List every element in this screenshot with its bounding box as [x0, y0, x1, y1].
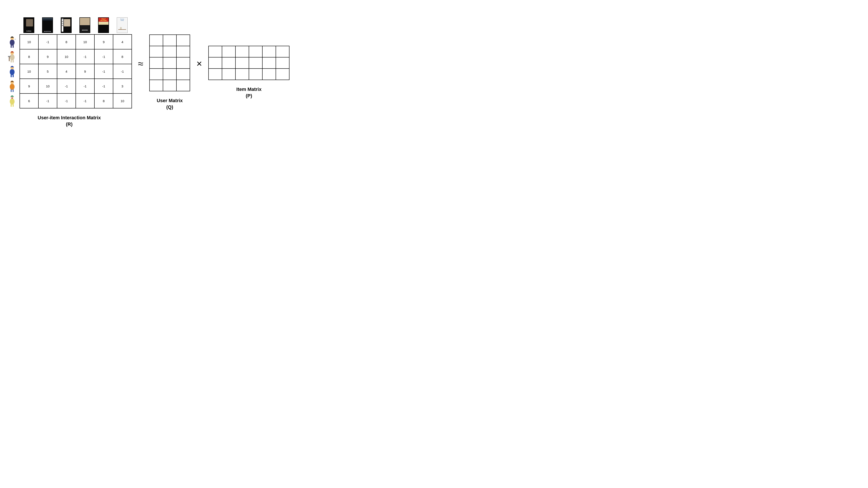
user-avatar-krusty	[6, 93, 18, 108]
q-cell	[163, 57, 177, 69]
r-cell: -1	[94, 64, 113, 79]
p-cell	[276, 46, 289, 57]
svg-rect-20	[12, 89, 14, 92]
p-label-line2: (P)	[246, 93, 252, 98]
movie-poster-leon: LEON	[61, 18, 72, 33]
r-cell: -1	[57, 79, 76, 94]
q-matrix	[149, 34, 190, 91]
r-cell: 9	[20, 79, 38, 94]
svg-rect-8	[12, 60, 14, 62]
user-avatar-nelson	[6, 78, 18, 93]
svg-point-5	[10, 54, 14, 60]
svg-point-0	[10, 39, 14, 45]
user-avatar-wiggum	[6, 64, 18, 78]
svg-rect-9	[9, 56, 9, 61]
movie-posters-row: GodfatherINCEPTIONLEONDEPARTEDPULP FICTI…	[20, 18, 131, 33]
p-cell	[222, 69, 236, 80]
r-cell: 10	[38, 79, 57, 94]
movie-poster-pulp: PULP FICTION	[98, 18, 109, 33]
p-section: Item Matrix (P)	[208, 46, 289, 99]
r-label-line1: User-item Interaction Matrix	[38, 115, 101, 120]
r-cell: 4	[113, 34, 132, 49]
p-cell	[262, 46, 276, 57]
r-cell: -1	[76, 49, 94, 64]
q-cell	[163, 46, 177, 57]
q-cell	[150, 35, 163, 46]
diagram-container: GodfatherINCEPTIONLEONDEPARTEDPULP FICTI…	[6, 18, 289, 127]
q-label-line1: User Matrix	[157, 98, 183, 103]
r-cell: 8	[57, 34, 76, 49]
q-cell	[150, 80, 163, 91]
user-avatar-willie	[6, 49, 18, 64]
r-matrix: 10-1810948910-1-1810549-1-1910-1-1-136-1…	[20, 34, 132, 108]
r-wrap: GodfatherINCEPTIONLEONDEPARTEDPULP FICTI…	[6, 18, 132, 108]
r-label: User-item Interaction Matrix (R)	[38, 115, 101, 127]
r-cell: -1	[57, 94, 76, 108]
r-cell: 10	[113, 94, 132, 108]
user-avatar-fat-tony	[6, 34, 18, 49]
q-cell	[163, 69, 177, 80]
q-cell	[150, 69, 163, 80]
p-cell	[262, 57, 276, 69]
svg-rect-10	[8, 56, 10, 57]
svg-rect-23	[11, 104, 12, 107]
r-section: GodfatherINCEPTIONLEONDEPARTEDPULP FICTI…	[6, 18, 132, 127]
svg-point-25	[11, 97, 13, 99]
p-cell	[222, 46, 236, 57]
r-cell: 9	[38, 49, 57, 64]
svg-rect-4	[14, 39, 16, 39]
svg-rect-19	[11, 89, 12, 92]
q-section: User Matrix (Q)	[149, 34, 190, 110]
p-cell	[249, 57, 262, 69]
r-cell: 5	[38, 64, 57, 79]
q-cell	[150, 46, 163, 57]
r-cell: 4	[57, 64, 76, 79]
r-cell: 10	[20, 34, 38, 49]
p-cell	[276, 57, 289, 69]
movie-poster-departed: DEPARTED	[80, 18, 90, 33]
r-cell: -1	[38, 34, 57, 49]
q-cell	[177, 35, 190, 46]
q-label-line2: (Q)	[166, 104, 173, 110]
q-cell	[163, 35, 177, 46]
r-label-line2: (R)	[66, 122, 73, 127]
r-cell: -1	[113, 64, 132, 79]
p-cell	[209, 46, 222, 57]
svg-rect-16	[11, 66, 13, 67]
svg-rect-3	[12, 45, 14, 48]
svg-rect-7	[11, 60, 12, 62]
svg-rect-24	[12, 104, 14, 107]
movie-poster-forrest: ForrestGump	[117, 18, 128, 33]
q-cell	[177, 80, 190, 91]
p-label-line1: Item Matrix	[236, 87, 261, 92]
r-cell: 3	[113, 79, 132, 94]
svg-rect-13	[11, 75, 12, 77]
p-cell	[249, 46, 262, 57]
r-cell: 10	[76, 34, 94, 49]
p-cell	[209, 69, 222, 80]
q-cell	[163, 80, 177, 91]
p-cell	[262, 69, 276, 80]
r-cell: 8	[113, 49, 132, 64]
r-cell: 10	[20, 64, 38, 79]
r-cell: 10	[57, 49, 76, 64]
r-cell: -1	[94, 49, 113, 64]
p-cell	[236, 57, 249, 69]
svg-rect-2	[11, 45, 12, 48]
movie-poster-inception: INCEPTION	[42, 18, 53, 33]
svg-point-21	[10, 98, 14, 104]
q-cell	[150, 57, 163, 69]
q-cell	[177, 57, 190, 69]
p-cell	[276, 69, 289, 80]
r-cell: 9	[76, 64, 94, 79]
p-cell	[209, 57, 222, 69]
q-cell	[177, 69, 190, 80]
r-cell: 9	[94, 34, 113, 49]
r-body: 10-1810948910-1-1810549-1-1910-1-1-136-1…	[6, 34, 132, 108]
r-cell: -1	[38, 94, 57, 108]
user-avatars-column	[6, 34, 18, 108]
r-cell: -1	[94, 79, 113, 94]
r-cell: -1	[76, 79, 94, 94]
q-label: User Matrix (Q)	[157, 97, 183, 110]
svg-point-11	[10, 69, 14, 75]
